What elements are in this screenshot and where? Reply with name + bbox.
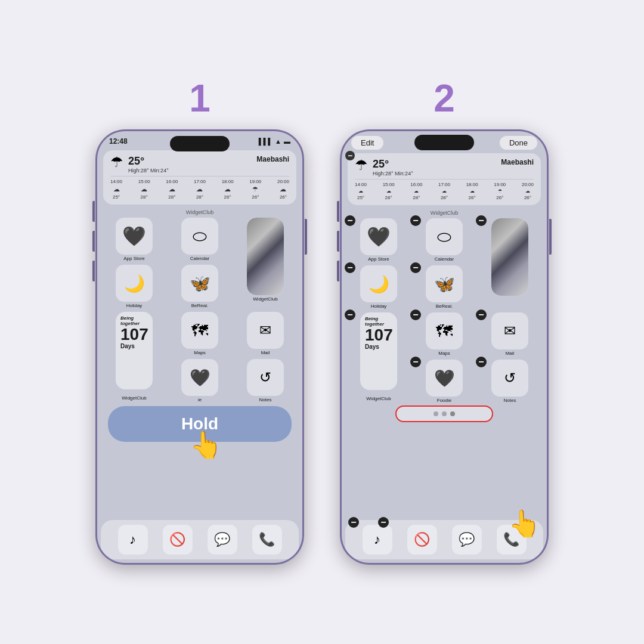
status-icons-1: ▌▌▌ ▲ ▬: [259, 138, 290, 145]
maps-label-2: Maps: [438, 351, 450, 356]
notes-minus[interactable]: −: [476, 357, 487, 367]
calendar-icon: ⬭: [181, 218, 218, 255]
step-1-wrapper: 1 12:48 ▌▌▌ ▲ ▬: [95, 79, 304, 565]
notes-label-2: Notes: [504, 398, 516, 403]
foodie-minus[interactable]: −: [410, 357, 421, 367]
countdown-minus[interactable]: −: [345, 309, 355, 320]
dock-music-2[interactable]: ♪: [363, 525, 392, 555]
dock-messages-2[interactable]: 💬: [452, 525, 482, 555]
holiday-minus[interactable]: −: [345, 262, 355, 273]
bereal-icon-wrap[interactable]: 🦋 BeReal.: [169, 265, 231, 308]
dock-minus-2[interactable]: −: [378, 517, 389, 528]
foodie-icon: 🖤: [181, 359, 218, 396]
calendar-icon-wrap[interactable]: ⬭ Calendar: [169, 218, 231, 261]
step-1-number: 1: [189, 79, 210, 117]
maps-icon-wrap[interactable]: 🗺 Maps: [169, 312, 231, 355]
countdown-2-wrap: − Being together 107 Days WidgetClub: [348, 312, 410, 403]
bereal-minus[interactable]: −: [410, 262, 421, 273]
maps-icon-2: 🗺: [426, 312, 463, 349]
weather-icon-2: ☂: [355, 158, 368, 172]
bereal-icon: 🦋: [181, 265, 218, 302]
dock-1: ♪ 🚫 💬 📞: [101, 520, 299, 559]
app-store-icon-2: 🖤: [360, 218, 397, 255]
vol-down-button: [92, 261, 95, 281]
main-temp-2: 25°: [373, 158, 413, 171]
weather-icon-1: ☂: [110, 155, 123, 169]
widget-club-label-1: WidgetClub: [103, 209, 296, 215]
foodie-2-wrap[interactable]: − 🖤 Foodie: [413, 360, 475, 403]
app-store-label: App Store: [123, 256, 145, 261]
dynamic-island-1: [170, 136, 230, 151]
step-2-number: 2: [434, 79, 455, 117]
marble-widget-wrap: WidgetClub: [234, 218, 296, 308]
countdown-widget-wrap: Being together 107 Days WidgetClub: [103, 312, 165, 402]
dock-dots-bar[interactable]: [395, 405, 493, 422]
foodie-icon-wrap[interactable]: 🖤 ie: [169, 359, 231, 402]
dock-messages-1[interactable]: 💬: [208, 525, 237, 555]
dock-phone-1[interactable]: 📞: [252, 525, 282, 555]
edit-button[interactable]: Edit: [351, 136, 383, 150]
marble-minus[interactable]: −: [476, 215, 487, 226]
main-container: 1 12:48 ▌▌▌ ▲ ▬: [0, 0, 644, 644]
widget-club-label-2: WidgetClub: [348, 210, 541, 216]
bereal-icon-2: 🦋: [426, 265, 463, 302]
dynamic-island-2: [414, 135, 474, 150]
city-name-1: Maebashi: [256, 155, 289, 163]
status-bar-1: 12:48 ▌▌▌ ▲ ▬: [97, 131, 302, 148]
holiday-icon-2: 🌙: [360, 265, 397, 302]
maps-icon: 🗺: [181, 312, 218, 349]
phone-1-screen: 12:48 ▌▌▌ ▲ ▬: [97, 131, 302, 563]
phone-2: Edit Done − ☂: [340, 129, 549, 565]
wifi-icon: ▲: [275, 138, 281, 145]
notes-icon-wrap-1[interactable]: ↺ Notes: [234, 359, 296, 402]
mail-minus[interactable]: −: [476, 309, 487, 320]
calendar-minus[interactable]: −: [410, 215, 421, 226]
no-entry-icon-2: 🚫: [414, 532, 430, 547]
notes-label-1: Notes: [259, 397, 272, 402]
app-store-icon: 🖤: [116, 218, 153, 255]
foodie-icon-2: 🖤: [426, 360, 463, 397]
music-icon: ♪: [129, 532, 136, 547]
foodie-label-2: Foodie: [437, 398, 451, 403]
holiday-label-2: Holiday: [371, 304, 387, 309]
marble-2-wrap: −: [479, 218, 541, 309]
mail-icon-wrap[interactable]: ✉ Mail: [234, 312, 296, 355]
done-button[interactable]: Done: [500, 136, 537, 150]
dock-music-1[interactable]: ♪: [118, 525, 148, 555]
countdown-widget-2: Being together 107 Days: [360, 312, 397, 390]
dock-settings-1[interactable]: 🚫: [163, 525, 193, 555]
app-store-icon-wrap[interactable]: 🖤 App Store: [103, 218, 165, 261]
dock-settings-2[interactable]: 🚫: [407, 525, 437, 555]
phone-2-screen: Edit Done − ☂: [342, 131, 547, 563]
hand-pointer-1: 👆: [190, 429, 222, 460]
weather-minus-badge[interactable]: −: [345, 151, 355, 160]
vol-up-button: [92, 231, 95, 252]
holiday-icon: 🌙: [116, 265, 153, 302]
mail-icon: ✉: [247, 312, 284, 349]
chat-icon-2: 💬: [459, 532, 475, 547]
maps-2-wrap[interactable]: − 🗺 Maps: [413, 312, 475, 356]
mail-2-wrap[interactable]: − ✉ Mail: [479, 312, 541, 356]
bereal-2-wrap[interactable]: − 🦋 BeReal.: [413, 265, 475, 309]
countdown-days-1: Days: [120, 343, 148, 349]
app-store-2-wrap[interactable]: − 🖤 App Store: [348, 218, 410, 262]
marble-widget: [247, 218, 284, 295]
bereal-label-2: BeReal.: [436, 304, 453, 309]
signal-icon: ▌▌▌: [259, 138, 273, 145]
app-store-minus[interactable]: −: [345, 215, 355, 226]
notes-2-wrap[interactable]: − ↺ Notes: [479, 360, 541, 403]
calendar-2-wrap[interactable]: − ⬭ Calendar: [413, 218, 475, 262]
hand-pointer-2: 👆: [508, 508, 541, 539]
maps-minus[interactable]: −: [410, 309, 421, 320]
maps-label: Maps: [194, 350, 206, 355]
holiday-2-wrap[interactable]: − 🌙 Holiday: [348, 265, 410, 309]
weather-widget-2: − ☂ 25° High:28° Min:24° Maebashi: [348, 153, 541, 205]
chat-icon: 💬: [214, 532, 230, 547]
dock-minus-1[interactable]: −: [348, 517, 359, 528]
city-name-2: Maebashi: [501, 158, 534, 166]
mail-icon-2: ✉: [491, 312, 528, 349]
main-temp-1: 25°: [128, 155, 169, 168]
mail-label-2: Mail: [506, 351, 515, 356]
widgetclub-bottom-label: WidgetClub: [122, 395, 146, 401]
holiday-icon-wrap[interactable]: 🌙 Holiday: [103, 265, 165, 308]
